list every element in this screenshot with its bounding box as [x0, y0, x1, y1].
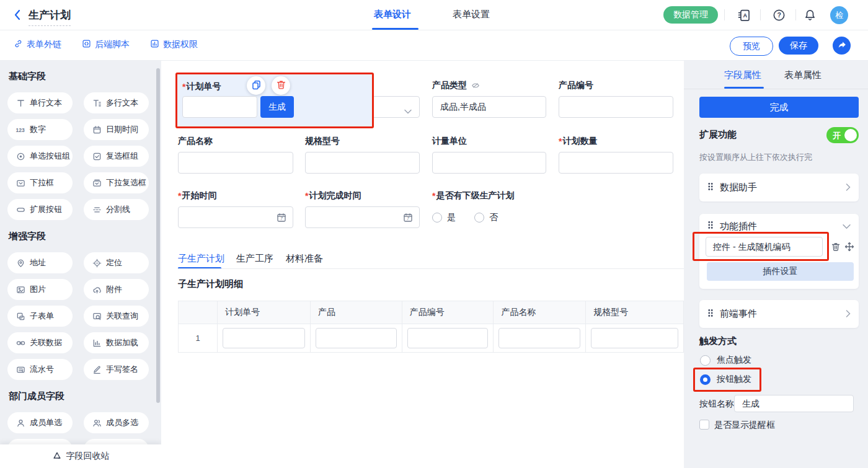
radio-circle[interactable]	[474, 213, 484, 223]
sidebar-item-member-multi[interactable]: 成员多选	[84, 412, 149, 433]
divider	[178, 268, 684, 269]
chevron-right-icon[interactable]	[846, 182, 851, 193]
delete-plugin-icon[interactable]	[831, 242, 841, 254]
radio-circle[interactable]	[432, 213, 442, 223]
field-unit[interactable]: 计量单位	[432, 135, 546, 174]
sidebar-item-divider[interactable]: 分割线	[84, 199, 149, 220]
radio-no[interactable]: 否	[474, 212, 498, 223]
field-recycle-bin[interactable]: 字段回收站	[0, 444, 161, 468]
start-time-input[interactable]: 7	[178, 206, 293, 228]
unit-input[interactable]	[432, 152, 546, 174]
sidebar-item-checkbox-group[interactable]: 复选框组	[84, 146, 149, 167]
sidebar-item-single-line-text[interactable]: 单行文本	[7, 92, 73, 113]
tab-form-settings[interactable]: 表单设置	[453, 9, 490, 20]
card-plugin[interactable]: 功能插件 控件 - 生成随机编码 插件设置	[699, 214, 859, 289]
copy-field-button[interactable]	[247, 76, 265, 95]
sidebar-item-address[interactable]: 地址	[7, 252, 73, 273]
spec-model-input[interactable]	[305, 152, 420, 174]
form-external-link[interactable]: 表单外链	[14, 39, 61, 50]
preview-button[interactable]: 预览	[730, 37, 773, 56]
sidebar-item-subform[interactable]: 子表单	[7, 306, 73, 327]
subtable-cell-input[interactable]	[316, 328, 397, 348]
field-finish-time[interactable]: *计划完成时间 7	[305, 190, 420, 228]
bell-icon[interactable]	[804, 9, 817, 22]
subtab-sub-production-plan[interactable]: 子生产计划	[178, 253, 224, 265]
generate-button[interactable]: 生成	[260, 96, 294, 118]
back-icon[interactable]	[12, 9, 24, 21]
show-alert-checkbox[interactable]	[699, 420, 709, 430]
avatar[interactable]: 检	[830, 6, 848, 24]
tab-field-properties[interactable]: 字段属性	[724, 69, 761, 81]
data-permission-link[interactable]: 数据权限	[150, 39, 198, 50]
radio-circle[interactable]	[700, 355, 711, 366]
subtable-cell-input[interactable]	[223, 328, 305, 348]
sidebar-item-label: 定位	[106, 257, 122, 268]
contact-book-icon[interactable]: A	[737, 9, 751, 22]
done-button[interactable]: 完成	[699, 97, 859, 118]
radio-circle-selected[interactable]	[700, 374, 711, 385]
sidebar-item-select[interactable]: 下拉框	[7, 172, 73, 193]
drag-handle-icon[interactable]	[707, 309, 714, 320]
product-type-input[interactable]: 成品,半成品	[432, 96, 546, 118]
sidebar-item-multi-select[interactable]: 下拉复选框	[84, 172, 149, 193]
radio-yes[interactable]: 是	[432, 212, 456, 223]
sidebar-item-member-single[interactable]: 成员单选	[7, 412, 73, 433]
button-name-input[interactable]: 生成	[734, 395, 854, 412]
card-data-helper[interactable]: 数据助手	[699, 174, 859, 201]
field-product-name[interactable]: 产品名称	[178, 135, 293, 174]
sidebar-item-data-load[interactable]: 数据加载	[84, 332, 149, 353]
chevron-right-icon[interactable]	[846, 309, 851, 320]
calendar-icon: 7	[277, 213, 286, 225]
radio-button-trigger[interactable]: 按钮触发	[700, 374, 751, 385]
backend-script-link[interactable]: 后端脚本	[82, 39, 130, 50]
plan-qty-input[interactable]	[559, 152, 673, 174]
subtab-production-process[interactable]: 生产工序	[236, 253, 273, 265]
subtable-cell-input[interactable]	[591, 328, 678, 348]
field-product-code[interactable]: 产品编号	[559, 79, 673, 118]
sidebar-item-serial-number[interactable]: 流水号	[7, 359, 73, 380]
tab-form-design[interactable]: 表单设计	[374, 9, 411, 20]
sidebar-item-signature[interactable]: 手写签名	[84, 359, 149, 380]
product-name-input[interactable]	[178, 152, 293, 174]
selected-field-plan-no[interactable]: * 计划单号 生成	[175, 73, 374, 128]
field-has-sub-plan[interactable]: *是否有下级生产计划 是 否	[432, 190, 618, 228]
move-plugin-icon[interactable]	[844, 242, 854, 254]
plugin-select[interactable]: 控件 - 生成随机编码	[706, 237, 823, 257]
subtable-cell-input[interactable]	[498, 328, 580, 348]
sidebar-item-lookup[interactable]: 关联查询	[84, 306, 149, 327]
finish-time-input[interactable]: 7	[305, 206, 420, 228]
save-button[interactable]: 保存	[779, 37, 818, 55]
radio-focus-trigger[interactable]: 焦点触发	[700, 355, 751, 366]
drag-handle-icon[interactable]	[707, 182, 714, 193]
tab-form-properties[interactable]: 表单属性	[784, 69, 822, 81]
plugin-settings-button[interactable]: 插件设置	[707, 262, 854, 281]
sidebar-item-image[interactable]: 图片	[7, 279, 73, 300]
drag-handle-icon[interactable]	[707, 221, 714, 232]
sidebar-item-radio-group[interactable]: 单选按钮组	[7, 146, 73, 167]
subtab-material-prep[interactable]: 材料准备	[286, 253, 323, 265]
product-code-input[interactable]	[559, 96, 673, 118]
field-start-time[interactable]: *开始时间 7	[178, 190, 293, 228]
delete-field-button[interactable]	[272, 76, 290, 95]
share-button[interactable]	[833, 37, 851, 55]
chevron-down-icon[interactable]	[843, 221, 851, 232]
sidebar-item-multi-line-text[interactable]: 多行文本	[84, 92, 149, 113]
field-product-type[interactable]: 产品类型 成品,半成品	[432, 79, 546, 118]
help-icon[interactable]: ?	[773, 9, 786, 22]
sidebar-item-attachment[interactable]: 附件	[84, 279, 149, 300]
data-manage-button[interactable]: 数据管理	[663, 6, 718, 24]
card-frontend-event[interactable]: 前端事件	[699, 300, 859, 328]
field-spec-model[interactable]: 规格型号	[305, 135, 420, 174]
field-plan-qty[interactable]: *计划数量	[559, 135, 673, 174]
subtable-cell-input[interactable]	[407, 328, 489, 348]
sidebar-item-datetime[interactable]: 日期时间	[84, 119, 149, 140]
sidebar-item-location[interactable]: 定位	[84, 252, 149, 273]
script-icon	[82, 39, 91, 50]
sidebar-item-extend-button[interactable]: 扩展按钮	[7, 199, 73, 220]
extension-toggle[interactable]: 开	[826, 127, 859, 143]
sidebar-scrollbar[interactable]	[156, 68, 160, 403]
sidebar-item-label: 分割线	[106, 204, 130, 215]
sidebar-item-linked-data[interactable]: 关联数据	[7, 332, 73, 353]
plan-no-input[interactable]	[182, 96, 257, 118]
sidebar-item-number[interactable]: 123数字	[7, 119, 73, 140]
